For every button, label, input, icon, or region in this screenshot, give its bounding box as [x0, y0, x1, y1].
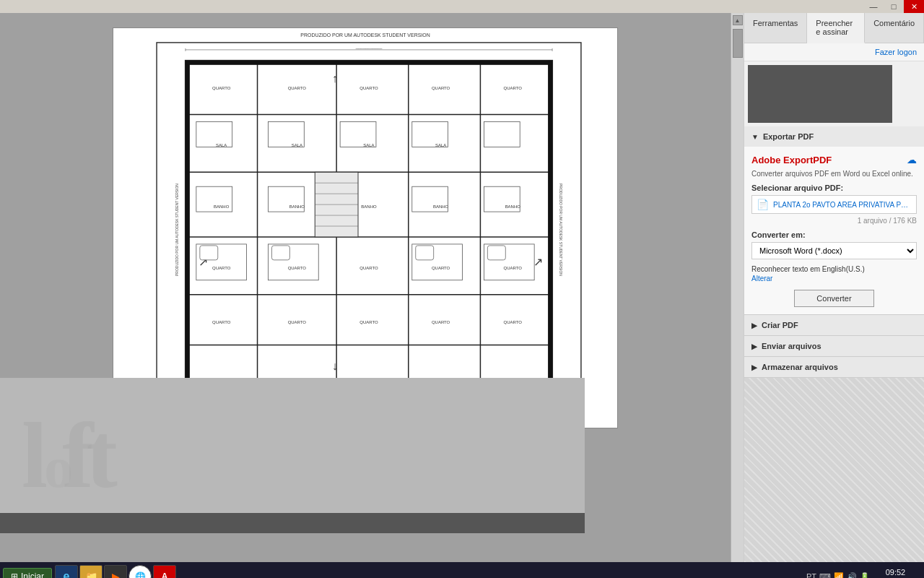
- svg-text:QUARTO: QUARTO: [288, 86, 307, 90]
- svg-text:PRODUZIDO POR UM AUTODESK STUD: PRODUZIDO POR UM AUTODESK STUDENT VERSIO…: [175, 184, 179, 276]
- tab-comentario[interactable]: Comentário: [865, 13, 924, 43]
- convert-button[interactable]: Converter: [794, 290, 873, 307]
- windows-icon: ⊞: [11, 571, 18, 578]
- svg-text:QUARTO: QUARTO: [288, 266, 307, 270]
- armazenar-arquivos-section: ▶ Armazenar arquivos: [744, 357, 924, 378]
- language-indicator: PT: [806, 572, 816, 578]
- collapsed-arrow-icon-2: ▶: [751, 342, 757, 350]
- tab-preencher[interactable]: Preencher e assinar: [807, 13, 865, 43]
- svg-text:BANHO: BANHO: [214, 204, 230, 209]
- pdf-page: PRODUZIDO POR UM AUTODESK STUDENT VERSIO…: [113, 27, 618, 428]
- volume-icon: 🔊: [847, 572, 857, 579]
- convert-label: Converter em:: [751, 230, 917, 239]
- export-pdf-header[interactable]: ▼ Exportar PDF: [744, 126, 924, 147]
- svg-text:QUARTO: QUARTO: [359, 86, 378, 90]
- adobe-description: Converter arquivos PDF em Word ou Excel …: [751, 170, 917, 178]
- svg-text:QUARTO: QUARTO: [359, 320, 378, 324]
- hatch-pattern: [744, 378, 924, 562]
- adobe-icon[interactable]: A: [153, 565, 176, 578]
- clock: 09:52 05/03/2024: [870, 568, 921, 578]
- cloud-icon: ☁: [907, 154, 917, 165]
- tab-bar: Ferramentas Preencher e assinar Comentár…: [744, 13, 924, 43]
- change-link[interactable]: Alterar: [751, 275, 917, 282]
- adobe-logo: Adobe ExportPDF: [751, 155, 832, 165]
- collapsed-arrow-icon: ▶: [751, 322, 757, 329]
- svg-text:↗: ↗: [533, 256, 543, 268]
- select-label: Selecionar arquivo PDF:: [751, 184, 917, 192]
- svg-text:___________: ___________: [355, 45, 383, 49]
- close-button[interactable]: ✕: [904, 0, 924, 13]
- svg-rect-73: [487, 246, 505, 260]
- svg-rect-70: [200, 246, 218, 260]
- enviar-arquivos-title: Enviar arquivos: [762, 342, 821, 350]
- time-display: 09:52: [886, 568, 906, 577]
- login-link[interactable]: Fazer logon: [875, 48, 917, 56]
- pdf-viewer: PRODUZIDO POR UM AUTODESK STUDENT VERSIO…: [0, 13, 731, 562]
- svg-text:QUARTO: QUARTO: [212, 266, 231, 270]
- battery-icon: 🔋: [860, 572, 870, 579]
- svg-text:QUARTO: QUARTO: [212, 86, 231, 90]
- criar-pdf-title: Criar PDF: [762, 321, 798, 329]
- file-item: 📄 PLANTA 2o PAVTO AREA PRIVATIVA PD...: [751, 195, 917, 214]
- svg-text:PRODUZIDO POR UM AUTODESK STUD: PRODUZIDO POR UM AUTODESK STUDENT VERSIO…: [559, 184, 563, 276]
- svg-text:BANHO: BANHO: [289, 204, 305, 209]
- export-pdf-title: Exportar PDF: [763, 132, 814, 141]
- svg-text:QUARTO: QUARTO: [212, 320, 231, 324]
- svg-text:QUARTO: QUARTO: [504, 320, 523, 324]
- svg-text:BANHO: BANHO: [433, 204, 449, 209]
- svg-text:↑: ↑: [332, 72, 338, 85]
- svg-text:PRODUZIDO POR UM AUTODESK STUD: PRODUZIDO POR UM AUTODESK STUDENT VERSIO…: [300, 33, 430, 38]
- tab-ferramentas[interactable]: Ferramentas: [744, 13, 807, 43]
- svg-text:QUARTO: QUARTO: [288, 320, 307, 324]
- keyboard-icon: ⌨: [819, 572, 831, 579]
- svg-text:QUARTO: QUARTO: [432, 320, 450, 324]
- media-icon[interactable]: ▶: [104, 565, 127, 578]
- svg-rect-13: [186, 61, 190, 392]
- chrome-icon[interactable]: 🌐: [128, 565, 152, 578]
- svg-text:BANHO: BANHO: [505, 204, 521, 209]
- export-pdf-content: Adobe ExportPDF ☁ Converter arquivos PDF…: [744, 147, 924, 314]
- criar-pdf-header[interactable]: ▶ Criar PDF: [744, 315, 924, 335]
- adobe-logo-row: Adobe ExportPDF ☁: [751, 154, 917, 165]
- svg-text:QUARTO: QUARTO: [432, 266, 450, 270]
- thumbnail-area: [748, 65, 892, 123]
- taskbar-icons: e 📁 ▶ 🌐 A: [55, 565, 176, 578]
- start-button[interactable]: ⊞ Iniciar: [3, 568, 52, 578]
- svg-rect-15: [186, 61, 552, 65]
- recognize-text: Reconhecer texto em English(U.S.): [751, 265, 917, 273]
- file-info: 1 arquivo / 176 KB: [751, 217, 917, 225]
- expand-arrow-icon: ▼: [751, 133, 759, 141]
- start-label: Iniciar: [21, 571, 44, 578]
- svg-text:QUARTO: QUARTO: [432, 86, 450, 90]
- enviar-arquivos-header[interactable]: ▶ Enviar arquivos: [744, 336, 924, 356]
- svg-text:QUARTO: QUARTO: [359, 266, 378, 270]
- armazenar-arquivos-header[interactable]: ▶ Armazenar arquivos: [744, 357, 924, 377]
- export-pdf-section: ▼ Exportar PDF Adobe ExportPDF ☁ Convert…: [744, 126, 924, 315]
- armazenar-arquivos-title: Armazenar arquivos: [762, 363, 838, 371]
- svg-text:QUARTO: QUARTO: [504, 266, 523, 270]
- explorer-icon[interactable]: 📁: [79, 565, 103, 578]
- svg-rect-72: [416, 246, 434, 260]
- svg-text:↓: ↓: [332, 360, 338, 372]
- scrollbar[interactable]: ▲: [731, 13, 744, 562]
- svg-text:BANHO: BANHO: [361, 204, 377, 209]
- taskbar: ⊞ Iniciar e 📁 ▶ 🌐 A: [0, 562, 924, 578]
- pdf-file-icon: 📄: [757, 199, 769, 210]
- scroll-thumb[interactable]: [733, 29, 743, 58]
- login-bar: Fazer logon: [744, 43, 924, 61]
- maximize-button[interactable]: □: [884, 0, 904, 13]
- criar-pdf-section: ▶ Criar PDF: [744, 315, 924, 336]
- right-panel: Ferramentas Preencher e assinar Comentár…: [744, 13, 924, 562]
- enviar-arquivos-section: ▶ Enviar arquivos: [744, 336, 924, 357]
- ie-icon[interactable]: e: [55, 565, 78, 578]
- network-icon: 📶: [834, 572, 844, 579]
- system-tray: PT ⌨ 📶 🔊 🔋: [806, 572, 870, 579]
- collapsed-arrow-icon-3: ▶: [751, 363, 757, 371]
- svg-rect-71: [271, 246, 289, 260]
- file-name: PLANTA 2o PAVTO AREA PRIVATIVA PD...: [773, 201, 912, 209]
- format-dropdown[interactable]: Microsoft Word (*.docx): [751, 242, 917, 259]
- floor-plan-svg: PRODUZIDO POR UM AUTODESK STUDENT VERSIO…: [113, 28, 617, 428]
- svg-text:QUARTO: QUARTO: [504, 86, 523, 90]
- svg-rect-14: [548, 61, 552, 392]
- minimize-button[interactable]: —: [863, 0, 884, 13]
